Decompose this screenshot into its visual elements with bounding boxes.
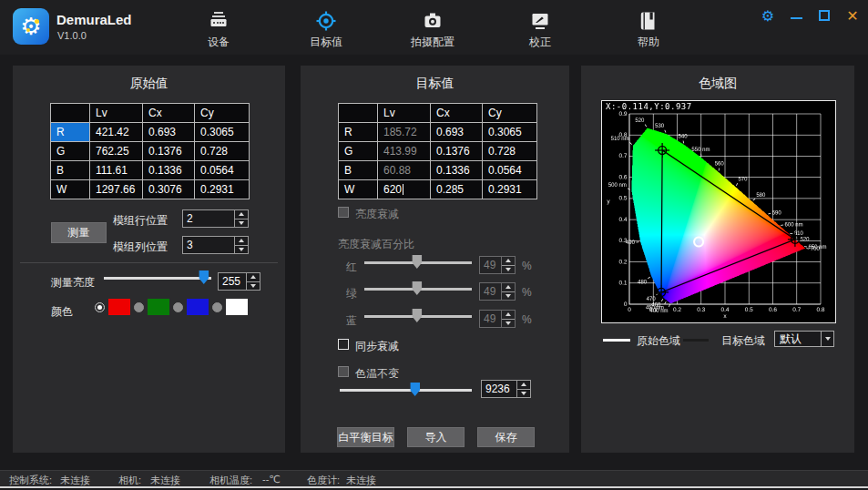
lv-cell[interactable]: 111.61 <box>90 161 143 180</box>
slider-handle[interactable] <box>410 383 420 396</box>
minimize-button[interactable] <box>786 5 806 26</box>
row-header-cell[interactable]: R <box>339 123 378 142</box>
red-attenuation-spinner[interactable]: 49 <box>479 256 516 274</box>
blue-swatch[interactable] <box>187 299 209 315</box>
cx-cell[interactable]: 0.3076 <box>143 180 195 199</box>
slider-track[interactable] <box>104 277 211 280</box>
camera-status: 未连接 <box>150 474 180 487</box>
spinner-value[interactable]: 2 <box>183 210 234 227</box>
chevron-down-icon[interactable] <box>821 332 833 346</box>
color-option-blue[interactable] <box>173 299 209 315</box>
spinner-value[interactable]: 9236 <box>482 381 516 397</box>
nav-item-calibrate[interactable]: 校正 <box>529 10 551 50</box>
row-header-cell[interactable]: B <box>339 161 378 180</box>
cy-cell[interactable]: 0.2931 <box>483 180 537 199</box>
red-attenuation-slider[interactable] <box>364 254 472 271</box>
blue-attenuation-spinner[interactable]: 49 <box>479 310 516 328</box>
slider-handle[interactable] <box>412 255 422 269</box>
gamut-select-value[interactable]: 默认 <box>775 332 821 346</box>
cy-cell[interactable]: 0.0564 <box>195 161 250 180</box>
spinner-value[interactable]: 255 <box>219 273 246 290</box>
color-option-green[interactable] <box>134 299 169 315</box>
green-swatch[interactable] <box>148 299 169 315</box>
white-swatch[interactable] <box>226 299 248 315</box>
spinner-arrows[interactable] <box>501 283 515 300</box>
brightness-attenuation-checkbox[interactable] <box>338 207 349 218</box>
maximize-button[interactable] <box>814 5 834 26</box>
row-header-cell[interactable]: W <box>339 180 378 199</box>
cx-cell[interactable]: 0.1376 <box>431 142 483 161</box>
spinner-arrows[interactable] <box>516 381 530 397</box>
spinner-arrows[interactable] <box>246 273 260 290</box>
cy-cell[interactable]: 0.728 <box>483 142 537 161</box>
close-button[interactable]: ✕ <box>842 5 863 26</box>
radio-red[interactable] <box>95 302 105 312</box>
cx-cell[interactable]: 0.693 <box>431 123 483 142</box>
cx-cell[interactable]: 0.1376 <box>143 142 195 161</box>
green-attenuation-slider[interactable] <box>364 281 472 297</box>
color-temp-checkbox[interactable] <box>338 366 349 377</box>
row-header-cell[interactable]: W <box>51 180 90 199</box>
red-swatch[interactable] <box>108 299 130 315</box>
row-header-cell[interactable]: R <box>51 123 90 142</box>
cx-cell[interactable]: 0.693 <box>143 123 195 142</box>
cx-cell[interactable]: 0.1336 <box>143 161 195 180</box>
color-option-white[interactable] <box>212 299 248 315</box>
measure-brightness-slider[interactable] <box>104 270 211 286</box>
lv-cell[interactable]: 60.88 <box>378 161 431 180</box>
slider-handle[interactable] <box>412 281 422 295</box>
measure-brightness-spinner[interactable]: 255 <box>218 272 260 291</box>
row-header-cell[interactable]: G <box>339 142 378 161</box>
chromaticity-canvas[interactable] <box>602 101 835 322</box>
lv-cell[interactable]: 413.99 <box>378 142 431 161</box>
slider-handle[interactable] <box>412 309 422 322</box>
slider-track[interactable] <box>340 389 472 392</box>
color-temp-slider[interactable] <box>340 382 472 398</box>
settings-gear-button[interactable]: ⚙ <box>758 5 778 26</box>
nav-item-target-value[interactable]: 目标值 <box>310 10 342 50</box>
chromaticity-chart[interactable]: X:-0.114,Y:0.937 <box>601 100 836 323</box>
white-balance-target-button[interactable]: 白平衡目标 <box>337 427 394 447</box>
lv-cell-editing[interactable]: 620 <box>378 180 431 199</box>
nav-item-capture-config[interactable]: 拍摄配置 <box>411 10 454 50</box>
lv-cell[interactable]: 185.72 <box>378 123 431 142</box>
spinner-value[interactable]: 49 <box>480 283 501 300</box>
spinner-value[interactable]: 49 <box>480 257 501 273</box>
nav-item-device[interactable]: 设备 <box>208 10 230 50</box>
sync-attenuation-checkbox[interactable] <box>338 339 349 350</box>
measure-button[interactable]: 测量 <box>51 222 107 243</box>
cy-cell[interactable]: 0.728 <box>195 142 250 161</box>
spinner-arrows[interactable] <box>234 237 248 253</box>
lv-cell[interactable]: 1297.66 <box>90 180 143 199</box>
gamut-select-dropdown[interactable]: 默认 <box>774 331 834 347</box>
module-col-spinner[interactable]: 3 <box>182 236 249 254</box>
radio-blue[interactable] <box>173 302 183 312</box>
spinner-value[interactable]: 3 <box>183 237 234 253</box>
color-option-red[interactable] <box>95 299 130 315</box>
nav-item-help[interactable]: 帮助 <box>638 10 659 50</box>
lv-cell[interactable]: 421.42 <box>90 123 143 142</box>
save-button[interactable]: 保存 <box>477 427 535 447</box>
slider-handle[interactable] <box>199 271 209 284</box>
blue-attenuation-slider[interactable] <box>364 308 472 324</box>
color-temp-spinner[interactable]: 9236 <box>481 380 531 398</box>
import-button[interactable]: 导入 <box>407 427 465 447</box>
radio-green[interactable] <box>134 302 144 312</box>
radio-white[interactable] <box>212 302 222 312</box>
row-header-cell[interactable]: G <box>51 142 90 161</box>
cx-cell[interactable]: 0.1336 <box>431 161 483 180</box>
cx-cell[interactable]: 0.285 <box>431 180 483 199</box>
spinner-arrows[interactable] <box>501 311 515 327</box>
spinner-arrows[interactable] <box>234 210 248 227</box>
cy-cell[interactable]: 0.3065 <box>483 123 537 142</box>
lv-cell[interactable]: 762.25 <box>90 142 143 161</box>
spinner-value[interactable]: 49 <box>480 311 501 327</box>
module-row-spinner[interactable]: 2 <box>182 209 249 228</box>
lv-edit-value[interactable]: 620 <box>383 183 402 196</box>
green-attenuation-spinner[interactable]: 49 <box>479 282 516 301</box>
cy-cell[interactable]: 0.3065 <box>195 123 250 142</box>
cy-cell[interactable]: 0.2931 <box>195 180 250 199</box>
spinner-arrows[interactable] <box>501 257 515 273</box>
cy-cell[interactable]: 0.0564 <box>483 161 537 180</box>
row-header-cell[interactable]: B <box>51 161 90 180</box>
